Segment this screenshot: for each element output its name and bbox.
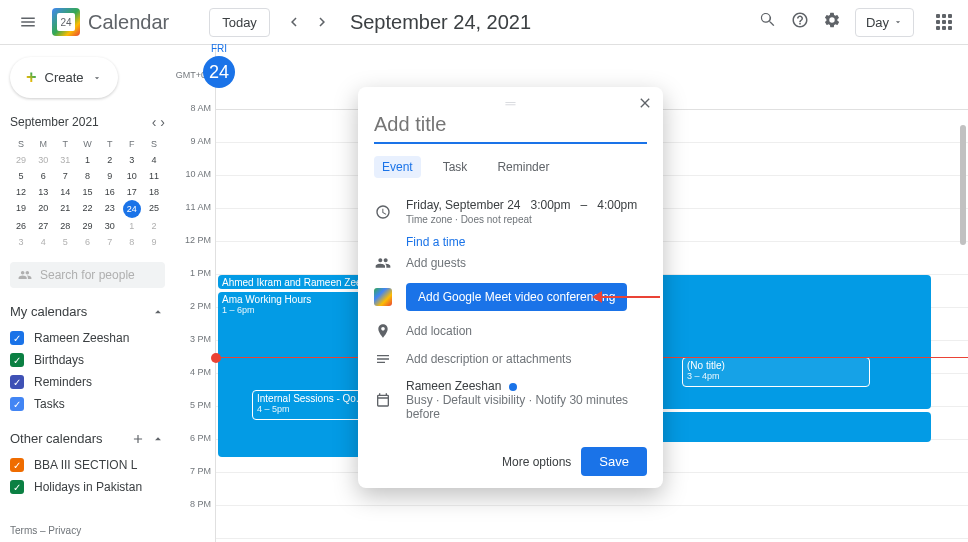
- save-button[interactable]: Save: [581, 447, 647, 476]
- calendar-checkbox[interactable]: ✓: [10, 353, 24, 367]
- mini-day-cell[interactable]: 9: [99, 168, 121, 184]
- mini-day-cell[interactable]: 23: [99, 200, 121, 218]
- mini-day-cell[interactable]: 29: [10, 152, 32, 168]
- hour-row[interactable]: [216, 506, 968, 539]
- mini-day-cell[interactable]: 29: [76, 218, 98, 234]
- mini-day-cell[interactable]: 1: [76, 152, 98, 168]
- mini-day-cell[interactable]: 9: [143, 234, 165, 250]
- add-guests-link[interactable]: Add guests: [406, 256, 466, 270]
- mini-day-cell[interactable]: 8: [121, 234, 143, 250]
- mini-day-cell[interactable]: 19: [10, 200, 32, 218]
- mini-day-cell[interactable]: 30: [99, 218, 121, 234]
- mini-day-cell[interactable]: 2: [143, 218, 165, 234]
- mini-day-cell[interactable]: 7: [99, 234, 121, 250]
- mini-day-cell[interactable]: 3: [121, 152, 143, 168]
- calendar-item[interactable]: ✓Tasks: [10, 393, 165, 415]
- calendar-checkbox[interactable]: ✓: [10, 375, 24, 389]
- view-selector[interactable]: Day: [855, 8, 914, 37]
- apps-icon[interactable]: [936, 14, 952, 30]
- mini-day-cell[interactable]: 5: [54, 234, 76, 250]
- my-calendars-toggle[interactable]: My calendars: [10, 304, 165, 319]
- mini-day-cell[interactable]: 4: [32, 234, 54, 250]
- search-people-input[interactable]: Search for people: [10, 262, 165, 288]
- mini-day-cell[interactable]: 12: [10, 184, 32, 200]
- tab-task[interactable]: Task: [435, 156, 476, 178]
- mini-day-cell[interactable]: 11: [143, 168, 165, 184]
- event-new-right-2[interactable]: [651, 412, 931, 442]
- mini-dow-cell: F: [121, 136, 143, 152]
- calendar-checkbox[interactable]: ✓: [10, 458, 24, 472]
- mini-next-month[interactable]: ›: [160, 114, 165, 130]
- more-options-button[interactable]: More options: [502, 455, 571, 469]
- today-button[interactable]: Today: [209, 8, 270, 37]
- logo[interactable]: 24 Calendar: [52, 8, 169, 36]
- mini-day-cell[interactable]: 22: [76, 200, 98, 218]
- mini-day-cell[interactable]: 30: [32, 152, 54, 168]
- calendar-checkbox[interactable]: ✓: [10, 331, 24, 345]
- other-calendars-toggle[interactable]: Other calendars: [10, 431, 165, 446]
- mini-day-cell[interactable]: 21: [54, 200, 76, 218]
- close-icon[interactable]: [637, 95, 653, 115]
- next-period-button[interactable]: [310, 10, 334, 34]
- event-no-title[interactable]: (No title) 3 – 4pm: [682, 357, 870, 387]
- calendar-item[interactable]: ✓BBA III SECTION L: [10, 454, 165, 476]
- mini-day-cell[interactable]: 7: [54, 168, 76, 184]
- calendar-item[interactable]: ✓Reminders: [10, 371, 165, 393]
- prev-period-button[interactable]: [282, 10, 306, 34]
- mini-day-cell[interactable]: 15: [76, 184, 98, 200]
- modal-drag-handle[interactable]: ═: [358, 87, 663, 107]
- settings-icon[interactable]: [823, 11, 841, 33]
- event-new-right[interactable]: [651, 275, 931, 409]
- mini-day-cell[interactable]: 6: [76, 234, 98, 250]
- mini-day-cell[interactable]: 6: [32, 168, 54, 184]
- add-description-link[interactable]: Add description or attachments: [406, 352, 571, 366]
- add-location-link[interactable]: Add location: [406, 324, 472, 338]
- mini-day-cell[interactable]: 3: [10, 234, 32, 250]
- mini-day-cell[interactable]: 1: [121, 218, 143, 234]
- mini-day-cell[interactable]: 2: [99, 152, 121, 168]
- privacy-link[interactable]: Privacy: [48, 525, 81, 536]
- mini-day-cell[interactable]: 4: [143, 152, 165, 168]
- organizer-color-dot: [509, 383, 517, 391]
- mini-day-cell[interactable]: 14: [54, 184, 76, 200]
- mini-prev-month[interactable]: ‹: [152, 114, 157, 130]
- mini-day-today[interactable]: 24: [123, 200, 141, 218]
- terms-link[interactable]: Terms: [10, 525, 37, 536]
- mini-day-cell[interactable]: 26: [10, 218, 32, 234]
- chevron-up-icon: [151, 305, 165, 319]
- calendar-item[interactable]: ✓Birthdays: [10, 349, 165, 371]
- calendar-label: Holidays in Pakistan: [34, 480, 142, 494]
- calendar-checkbox[interactable]: ✓: [10, 397, 24, 411]
- calendar-checkbox[interactable]: ✓: [10, 480, 24, 494]
- clock-icon: [374, 204, 392, 220]
- organizer-name[interactable]: Rameen Zeeshan: [406, 379, 501, 393]
- tab-reminder[interactable]: Reminder: [489, 156, 557, 178]
- mini-day-cell[interactable]: 5: [10, 168, 32, 184]
- mini-day-cell[interactable]: 18: [143, 184, 165, 200]
- mini-day-cell[interactable]: 8: [76, 168, 98, 184]
- calendar-item[interactable]: ✓Holidays in Pakistan: [10, 476, 165, 498]
- calendar-item[interactable]: ✓Rameen Zeeshan: [10, 327, 165, 349]
- mini-day-cell[interactable]: 17: [121, 184, 143, 200]
- app-name: Calendar: [88, 11, 169, 34]
- tab-event[interactable]: Event: [374, 156, 421, 178]
- main-menu-button[interactable]: [16, 10, 40, 34]
- mini-day-cell[interactable]: 27: [32, 218, 54, 234]
- mini-day-cell[interactable]: 16: [99, 184, 121, 200]
- create-button[interactable]: + Create: [10, 57, 118, 98]
- mini-day-cell[interactable]: 28: [54, 218, 76, 234]
- mini-day-cell[interactable]: 20: [32, 200, 54, 218]
- scrollbar-thumb[interactable]: [960, 125, 966, 245]
- add-calendar-icon[interactable]: [131, 432, 145, 446]
- day-number[interactable]: 24: [203, 56, 235, 88]
- mini-day-cell[interactable]: 13: [32, 184, 54, 200]
- mini-day-cell[interactable]: 31: [54, 152, 76, 168]
- find-time-link[interactable]: Find a time: [406, 235, 647, 249]
- event-title-input[interactable]: [374, 107, 647, 144]
- search-icon[interactable]: [759, 11, 777, 33]
- mini-day-cell[interactable]: 25: [143, 200, 165, 218]
- mini-day-cell[interactable]: 10: [121, 168, 143, 184]
- calendar-label: Rameen Zeeshan: [34, 331, 129, 345]
- help-icon[interactable]: [791, 11, 809, 33]
- add-meet-button[interactable]: Add Google Meet video conferencing: [406, 283, 627, 311]
